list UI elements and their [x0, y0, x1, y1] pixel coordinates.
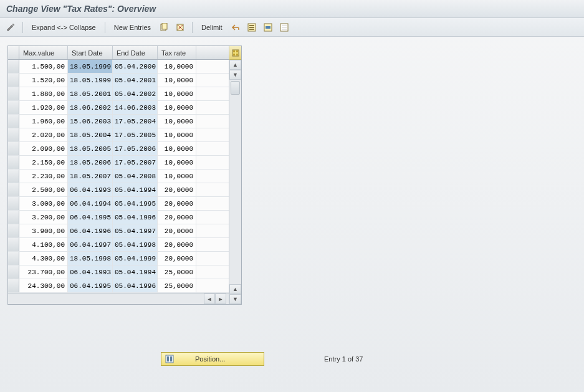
- cell-end-date[interactable]: 05.04.1996: [113, 211, 158, 224]
- cell-tax-rate[interactable]: 10,0000: [158, 128, 196, 141]
- col-head-max-value[interactable]: Max.value: [19, 46, 68, 59]
- cell-tax-rate[interactable]: 20,0000: [158, 252, 196, 265]
- cell-max-value[interactable]: 1.500,00: [19, 60, 68, 73]
- cell-tax-rate[interactable]: 10,0000: [158, 74, 196, 87]
- cell-start-date[interactable]: 18.05.2005: [68, 142, 113, 155]
- cell-tax-rate[interactable]: 20,0000: [158, 238, 196, 251]
- cell-start-date[interactable]: 18.05.2001: [68, 87, 113, 100]
- row-selector[interactable]: [8, 115, 19, 128]
- cell-end-date[interactable]: 05.04.1995: [113, 197, 158, 210]
- cell-end-date[interactable]: 17.05.2006: [113, 142, 158, 155]
- cell-max-value[interactable]: 4.100,00: [19, 238, 68, 251]
- cell-start-date[interactable]: 18.05.2006: [68, 156, 113, 169]
- cell-start-date[interactable]: 18.06.2002: [68, 101, 113, 114]
- col-head-tax-rate[interactable]: Tax rate: [158, 46, 196, 59]
- cell-end-date[interactable]: 05.04.1999: [113, 252, 158, 265]
- cell-tax-rate[interactable]: 10,0000: [158, 101, 196, 114]
- cell-end-date[interactable]: 05.04.2008: [113, 170, 158, 183]
- row-selector[interactable]: [8, 183, 19, 196]
- delimit-button[interactable]: Delimit: [199, 22, 225, 32]
- cell-end-date[interactable]: 05.04.1994: [113, 183, 158, 196]
- deselect-all-icon[interactable]: [279, 22, 290, 33]
- cell-end-date[interactable]: 05.04.2001: [113, 74, 158, 87]
- cell-end-date[interactable]: 17.05.2005: [113, 128, 158, 141]
- cell-tax-rate[interactable]: 10,0000: [158, 60, 196, 73]
- cell-tax-rate[interactable]: 20,0000: [158, 224, 196, 237]
- cell-tax-rate[interactable]: 10,0000: [158, 87, 196, 100]
- cell-max-value[interactable]: 2.090,00: [19, 142, 68, 155]
- position-button[interactable]: Position...: [161, 352, 264, 366]
- cell-max-value[interactable]: 3.200,00: [19, 211, 68, 224]
- cell-end-date[interactable]: 17.05.2004: [113, 115, 158, 128]
- cell-max-value[interactable]: 3.900,00: [19, 224, 68, 237]
- cell-start-date[interactable]: 06.04.1995: [68, 211, 113, 224]
- cell-tax-rate[interactable]: 10,0000: [158, 156, 196, 169]
- row-selector[interactable]: [8, 211, 19, 224]
- cell-start-date[interactable]: 18.05.2007: [68, 170, 113, 183]
- cell-end-date[interactable]: 05.04.1997: [113, 224, 158, 237]
- cell-start-date[interactable]: 18.05.2004: [68, 128, 113, 141]
- cell-max-value[interactable]: 3.000,00: [19, 197, 68, 210]
- cell-tax-rate[interactable]: 25,0000: [158, 279, 196, 292]
- cell-end-date[interactable]: 05.04.2000: [113, 60, 158, 73]
- row-selector[interactable]: [8, 252, 19, 265]
- row-selector[interactable]: [8, 170, 19, 183]
- cell-tax-rate[interactable]: 20,0000: [158, 211, 196, 224]
- cell-max-value[interactable]: 1.960,00: [19, 115, 68, 128]
- cell-max-value[interactable]: 24.300,00: [19, 279, 68, 292]
- row-selector-head[interactable]: [8, 46, 19, 59]
- cell-max-value[interactable]: 2.230,00: [19, 170, 68, 183]
- row-selector[interactable]: [8, 101, 19, 114]
- delete-icon[interactable]: [175, 22, 186, 33]
- select-all-icon[interactable]: [246, 22, 257, 33]
- row-selector[interactable]: [8, 279, 19, 292]
- expand-collapse-button[interactable]: Expand <-> Collapse: [29, 22, 98, 32]
- cell-start-date[interactable]: 06.04.1993: [68, 265, 113, 279]
- scroll-right-icon[interactable]: ►: [215, 294, 226, 304]
- cell-max-value[interactable]: 1.880,00: [19, 87, 68, 100]
- cell-tax-rate[interactable]: 25,0000: [158, 265, 196, 279]
- cell-end-date[interactable]: 17.05.2007: [113, 156, 158, 169]
- scroll-track[interactable]: [229, 80, 241, 284]
- copy-icon[interactable]: [158, 22, 170, 33]
- cell-tax-rate[interactable]: 10,0000: [158, 170, 196, 183]
- scroll-up-bottom-icon[interactable]: ▲: [229, 284, 241, 294]
- cell-tax-rate[interactable]: 10,0000: [158, 142, 196, 155]
- row-selector[interactable]: [8, 156, 19, 169]
- scroll-up-icon[interactable]: ▲: [229, 60, 241, 70]
- cell-end-date[interactable]: 05.04.1996: [113, 279, 158, 292]
- scroll-left-icon[interactable]: ◄: [204, 294, 215, 304]
- cell-max-value[interactable]: 23.700,00: [19, 265, 68, 279]
- cell-max-value[interactable]: 4.300,00: [19, 252, 68, 265]
- cell-start-date[interactable]: 06.04.1993: [68, 183, 113, 196]
- cell-start-date[interactable]: 18.05.1999: [68, 60, 113, 73]
- cell-start-date[interactable]: 18.05.1998: [68, 252, 113, 265]
- cell-start-date[interactable]: 18.05.1999: [68, 74, 113, 87]
- select-block-icon[interactable]: [262, 22, 274, 33]
- cell-end-date[interactable]: 14.06.2003: [113, 101, 158, 114]
- new-entries-button[interactable]: New Entries: [112, 22, 153, 32]
- toggle-display-icon[interactable]: [5, 22, 16, 33]
- scroll-thumb[interactable]: [231, 81, 240, 95]
- cell-tax-rate[interactable]: 10,0000: [158, 115, 196, 128]
- cell-end-date[interactable]: 05.04.1998: [113, 238, 158, 251]
- cell-max-value[interactable]: 2.500,00: [19, 183, 68, 196]
- row-selector[interactable]: [8, 142, 19, 155]
- cell-max-value[interactable]: 1.520,00: [19, 74, 68, 87]
- cell-end-date[interactable]: 05.04.1994: [113, 265, 158, 279]
- row-selector[interactable]: [8, 60, 19, 73]
- cell-tax-rate[interactable]: 20,0000: [158, 197, 196, 210]
- scroll-down-icon[interactable]: ▼: [229, 70, 241, 80]
- cell-max-value[interactable]: 1.920,00: [19, 101, 68, 114]
- cell-end-date[interactable]: 05.04.2002: [113, 87, 158, 100]
- table-config-icon[interactable]: [229, 46, 241, 60]
- scroll-down-bottom-icon[interactable]: ▼: [229, 294, 241, 304]
- row-selector[interactable]: [8, 224, 19, 237]
- cell-start-date[interactable]: 06.04.1996: [68, 224, 113, 237]
- row-selector[interactable]: [8, 128, 19, 141]
- row-selector[interactable]: [8, 238, 19, 251]
- row-selector[interactable]: [8, 87, 19, 100]
- col-head-end-date[interactable]: End Date: [113, 46, 158, 59]
- cell-tax-rate[interactable]: 20,0000: [158, 183, 196, 196]
- row-selector[interactable]: [8, 265, 19, 279]
